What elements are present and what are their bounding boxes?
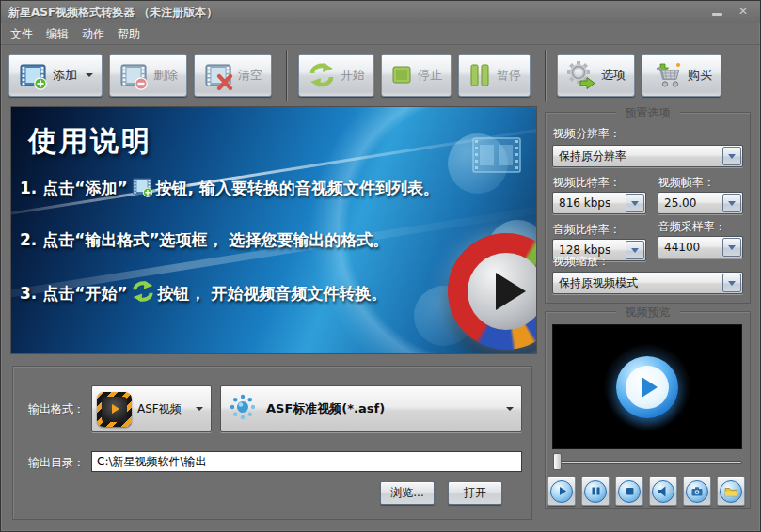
step1-text: 按钮, 输入要转换的音视频文件到列表。	[156, 178, 439, 199]
toolbar: 添加 删除	[1, 44, 760, 104]
instruction-step-3: 3. 点击“开始” 按钮， 开始视频音频文件转换。	[20, 280, 387, 306]
menu-edit[interactable]: 编辑	[46, 26, 69, 42]
buy-button[interactable]: 购买	[642, 54, 721, 97]
video-bitrate-select[interactable]: 816 kbps	[552, 192, 646, 214]
step3-text: 3. 点击“开始”	[20, 283, 128, 305]
output-format-profile-select[interactable]: ASF标准视频(*.asf)	[220, 385, 522, 432]
minimize-button[interactable]	[707, 4, 726, 19]
menu-help[interactable]: 帮助	[118, 26, 140, 42]
pause-button-label: 暂停	[497, 67, 521, 84]
stop-button-label: 停止	[418, 67, 442, 84]
chevron-down-icon[interactable]	[626, 241, 644, 259]
menubar: 文件 编辑 动作 帮助	[1, 23, 760, 44]
menu-file[interactable]: 文件	[10, 26, 33, 42]
preview-mute-button[interactable]	[649, 477, 677, 506]
audio-bitrate-label: 音频比特率：	[553, 222, 621, 238]
options-button[interactable]: 选项	[557, 54, 635, 97]
add-button[interactable]: 添加	[8, 54, 103, 97]
output-format-type-value: ASF视频	[132, 401, 196, 417]
start-button[interactable]: 开始	[298, 54, 374, 97]
toolbar-separator	[545, 50, 546, 101]
video-framerate-value: 25.00	[658, 196, 722, 210]
shopping-cart-icon	[651, 61, 683, 89]
video-framerate-select[interactable]: 25.00	[658, 192, 743, 214]
app-window: 新星ASF视频格式转换器 （未注册版本） ✕ 文件 编辑 动作 帮助	[0, 0, 761, 532]
preview-play-button[interactable]	[547, 477, 576, 506]
camera-icon	[686, 480, 708, 503]
output-format-type-select[interactable]: ASF视频	[91, 385, 212, 432]
pause-convert-icon	[468, 63, 492, 87]
chevron-down-icon[interactable]	[722, 238, 741, 257]
instructions-title: 使用说明	[28, 122, 152, 161]
open-button-label: 打开	[464, 485, 486, 501]
output-dir-label: 输出目录：	[28, 455, 85, 471]
output-format-profile-value: ASF标准视频(*.asf)	[261, 400, 506, 417]
clear-list-icon	[203, 60, 233, 90]
titlebar: 新星ASF视频格式转换器 （未注册版本） ✕	[1, 1, 760, 23]
profile-burst-icon	[229, 393, 257, 425]
close-button[interactable]: ✕	[734, 4, 753, 19]
play-icon	[642, 377, 658, 398]
open-button[interactable]: 打开	[448, 481, 502, 505]
delete-video-icon	[119, 60, 149, 90]
gear-icon	[566, 61, 596, 89]
audio-samplerate-label: 音频采样率：	[658, 219, 726, 235]
stop-convert-icon	[390, 64, 413, 86]
instruction-step-2: 2. 点击“输出格式”选项框， 选择您要输出的格式。	[20, 229, 388, 251]
player-controls	[547, 477, 745, 506]
video-scale-label: 视频缩放：	[553, 254, 610, 270]
start-convert-inline-icon	[131, 280, 155, 306]
video-preview-screen	[552, 324, 742, 449]
media-player-logo-center	[468, 253, 537, 330]
chevron-down-icon[interactable]	[722, 274, 741, 292]
options-button-label: 选项	[601, 67, 626, 84]
start-button-label: 开始	[341, 67, 365, 84]
stop-button[interactable]: 停止	[381, 54, 452, 97]
video-resolution-value: 保持原分辨率	[553, 149, 722, 164]
add-video-icon	[18, 60, 48, 90]
menu-action[interactable]: 动作	[82, 26, 104, 42]
toolbar-separator	[286, 50, 287, 101]
audio-samplerate-select[interactable]: 44100	[658, 236, 743, 258]
chevron-down-icon[interactable]	[722, 194, 741, 212]
stop-icon	[618, 480, 641, 503]
video-bitrate-label: 视频比特率：	[553, 175, 621, 191]
pause-icon	[584, 480, 607, 503]
chevron-down-icon[interactable]	[626, 194, 644, 212]
browse-button[interactable]: 浏览...	[380, 481, 435, 505]
video-resolution-label: 视频分辨率：	[553, 126, 621, 142]
folder-icon	[720, 480, 742, 503]
add-dropdown-caret-icon	[86, 73, 93, 77]
chevron-down-icon[interactable]	[722, 147, 741, 165]
play-icon	[550, 480, 573, 503]
video-scale-select[interactable]: 保持原视频模式	[552, 272, 743, 294]
video-preview-title: 视频预览	[616, 305, 680, 321]
preset-options-group: 预置选项 视频分辨率： 保持原分辨率 视频比特率： 视频帧率： 816 kbps…	[545, 112, 751, 304]
play-logo-ring	[616, 356, 678, 418]
window-title: 新星ASF视频格式转换器 （未注册版本）	[8, 5, 217, 21]
step1-text: 1. 点击“添加”	[20, 178, 128, 199]
asf-format-icon	[97, 392, 132, 427]
add-button-label: 添加	[53, 67, 77, 84]
open-output-folder-button[interactable]	[717, 477, 745, 506]
preview-pause-button[interactable]	[581, 477, 610, 506]
delete-button[interactable]: 删除	[109, 54, 187, 97]
preview-stop-button[interactable]	[615, 477, 643, 506]
clear-button[interactable]: 清空	[194, 54, 272, 97]
buy-button-label: 购买	[688, 67, 712, 84]
step3-text: 按钮， 开始视频音频文件转换。	[158, 283, 388, 305]
pause-button[interactable]: 暂停	[458, 54, 531, 97]
seek-slider-thumb[interactable]	[553, 453, 562, 470]
output-dir-input[interactable]	[91, 451, 522, 472]
video-scale-value: 保持原视频模式	[553, 275, 722, 291]
output-group: 输出格式： ASF视频 ASF标准视频(*.asf) 输出目录： 浏览...	[12, 366, 532, 520]
seek-slider-track[interactable]	[558, 461, 742, 464]
play-triangle-icon	[496, 273, 526, 310]
video-resolution-select[interactable]: 保持原分辨率	[552, 145, 743, 167]
film-strip-icon	[472, 137, 521, 177]
minimize-icon	[712, 13, 722, 16]
preview-snapshot-button[interactable]	[683, 477, 711, 506]
start-convert-icon	[308, 62, 336, 88]
clear-button-label: 清空	[238, 67, 262, 84]
video-bitrate-value: 816 kbps	[553, 196, 626, 210]
